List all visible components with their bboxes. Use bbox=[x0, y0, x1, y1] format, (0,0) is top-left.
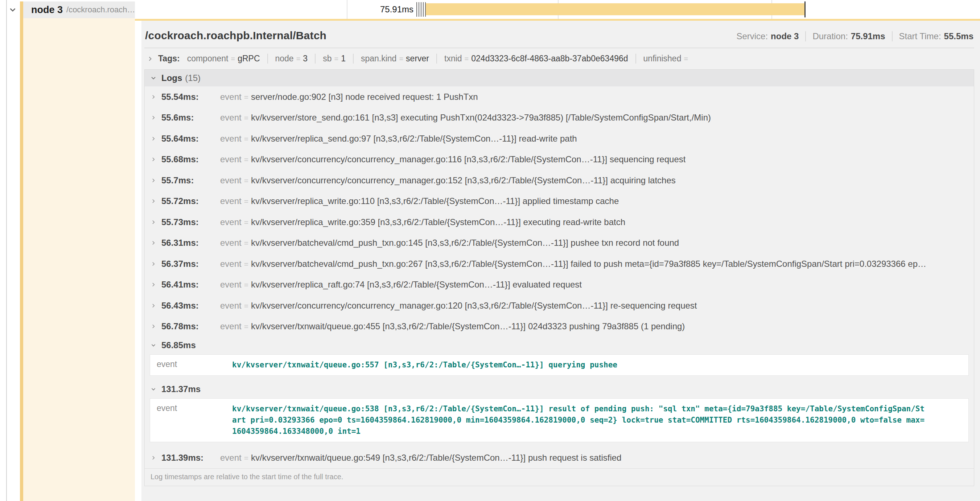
chevron-right-icon bbox=[150, 94, 157, 100]
chevron-down-icon bbox=[150, 386, 157, 393]
log-message: event=kv/kvserver/concurrency/concurrenc… bbox=[220, 176, 676, 185]
logs-label: Logs bbox=[161, 73, 182, 83]
log-timestamp: 55.6ms: bbox=[161, 113, 216, 123]
tag-unfinished: unfinished= bbox=[635, 54, 698, 64]
log-entry-expanded: 56.85ms event kv/kvserver/txnwait/queue.… bbox=[145, 337, 974, 376]
log-message: event=kv/kvserver/txnwait/queue.go:455 [… bbox=[220, 321, 685, 332]
span-detail-header: /cockroach.roachpb.Internal/Batch Servic… bbox=[144, 28, 974, 48]
log-row-expanded-header[interactable]: 131.37ms bbox=[145, 381, 974, 397]
log-timestamp: 56.78ms: bbox=[161, 321, 216, 332]
log-row[interactable]: 56.41ms: event=kv/kvserver/replica_raft.… bbox=[145, 274, 974, 295]
log-message: event=kv/kvserver/concurrency/concurrenc… bbox=[220, 154, 686, 164]
log-field-value: kv/kvserver/txnwait/queue.go:538 [n3,s3,… bbox=[232, 403, 929, 437]
log-timestamp: 131.39ms: bbox=[161, 453, 216, 463]
log-row[interactable]: 55.54ms: event=server/node.go:902 [n3] n… bbox=[145, 86, 974, 107]
tags-toggle[interactable]: Tags: component=gRPC node=3 sb=1 span.ki… bbox=[144, 48, 974, 69]
log-row[interactable]: 56.78ms: event=kv/kvserver/txnwait/queue… bbox=[145, 316, 974, 337]
tag-txnid: txnid=024d3323-6c8f-4863-aa8b-37ab0e6349… bbox=[436, 54, 635, 64]
panel-divider bbox=[6, 0, 7, 501]
log-message: event=kv/kvserver/replica_raft.go:74 [n3… bbox=[220, 279, 582, 290]
span-duration-bar[interactable] bbox=[426, 3, 805, 15]
log-row[interactable]: 56.37ms: event=kv/kvserver/batcheval/cmd… bbox=[145, 254, 974, 274]
chevron-down-icon bbox=[150, 342, 157, 348]
log-timestamp: 55.7ms: bbox=[161, 176, 216, 185]
chevron-right-icon bbox=[146, 55, 154, 62]
log-row[interactable]: 55.64ms: event=kv/kvserver/replica_send.… bbox=[145, 128, 974, 149]
log-row-expanded-header[interactable]: 56.85ms bbox=[145, 337, 974, 354]
log-fields-table: event kv/kvserver/txnwait/queue.go:538 [… bbox=[150, 398, 969, 442]
log-timestamp: 131.37ms bbox=[161, 384, 200, 394]
log-timestamp: 56.41ms: bbox=[161, 279, 216, 290]
log-message: event=kv/kvserver/concurrency/concurrenc… bbox=[220, 301, 697, 311]
span-duration-label: 75.91ms bbox=[363, 0, 414, 19]
duration-value: 75.91ms bbox=[851, 31, 885, 41]
log-timestamp: 55.64ms: bbox=[161, 134, 216, 144]
log-timestamp: 56.31ms: bbox=[161, 238, 216, 248]
log-row[interactable]: 55.68ms: event=kv/kvserver/concurrency/c… bbox=[145, 149, 974, 170]
log-row[interactable]: 55.73ms: event=kv/kvserver/replica_write… bbox=[145, 212, 974, 233]
log-row[interactable]: 131.39ms: event=kv/kvserver/txnwait/queu… bbox=[145, 447, 974, 468]
start-time-value: 55.5ms bbox=[944, 31, 974, 41]
chevron-right-icon bbox=[150, 219, 157, 225]
span-accent-stripe bbox=[20, 2, 23, 501]
service-label: Service: bbox=[736, 31, 768, 41]
log-fields-table: event kv/kvserver/txnwait/queue.go:557 [… bbox=[150, 354, 969, 376]
chevron-right-icon bbox=[150, 239, 157, 246]
log-message: event=kv/kvserver/store_send.go:161 [n3,… bbox=[220, 113, 711, 123]
span-operation-name: /cockroach.roach… bbox=[66, 5, 135, 14]
log-timestamp: 56.43ms: bbox=[161, 301, 216, 311]
tag-sb: sb=1 bbox=[315, 54, 353, 64]
log-message: event=kv/kvserver/replica_send.go:97 [n3… bbox=[220, 134, 577, 144]
log-message: event=server/node.go:902 [n3] node recei… bbox=[220, 92, 478, 102]
log-row[interactable]: 55.6ms: event=kv/kvserver/store_send.go:… bbox=[145, 107, 974, 129]
ruler-gridline bbox=[347, 0, 347, 19]
span-detail-panel: /cockroach.roachpb.Internal/Batch Servic… bbox=[142, 21, 980, 501]
logs-toggle[interactable]: Logs (15) bbox=[145, 70, 974, 86]
chevron-right-icon bbox=[150, 323, 157, 330]
log-timestamp: 55.54ms: bbox=[161, 92, 216, 102]
span-service-name: node 3 bbox=[31, 4, 63, 16]
log-row[interactable]: 55.7ms: event=kv/kvserver/concurrency/co… bbox=[145, 170, 974, 191]
chevron-right-icon bbox=[150, 156, 157, 163]
tag-component: component=gRPC bbox=[187, 54, 267, 64]
log-timestamp: 55.68ms: bbox=[161, 154, 216, 164]
log-timestamp: 56.85ms bbox=[161, 340, 196, 350]
tag-span-kind: span.kind=server bbox=[353, 54, 436, 64]
chevron-right-icon bbox=[150, 177, 157, 184]
log-timestamp: 56.37ms: bbox=[161, 259, 216, 269]
log-field-key: event bbox=[150, 403, 232, 437]
tag-node: node=3 bbox=[267, 54, 315, 64]
chevron-right-icon bbox=[150, 198, 157, 204]
log-field-key: event bbox=[150, 359, 232, 371]
log-message: event=kv/kvserver/replica_write.go:359 [… bbox=[220, 217, 625, 227]
span-row-label[interactable]: node 3 /cockroach.roach… bbox=[23, 2, 135, 18]
log-row[interactable]: 56.43ms: event=kv/kvserver/concurrency/c… bbox=[145, 295, 974, 316]
log-timestamp: 55.72ms: bbox=[161, 196, 216, 206]
log-message: event=kv/kvserver/txnwait/queue.go:549 [… bbox=[220, 453, 621, 463]
log-row[interactable]: 56.31ms: event=kv/kvserver/batcheval/cmd… bbox=[145, 233, 974, 254]
logs-count: (15) bbox=[185, 73, 200, 83]
log-field-value: kv/kvserver/txnwait/queue.go:557 [n3,s3,… bbox=[232, 359, 617, 371]
chevron-right-icon bbox=[150, 261, 157, 267]
logs-footer-note: Log timestamps are relative to the start… bbox=[145, 468, 974, 486]
log-message: event=kv/kvserver/batcheval/cmd_push_txn… bbox=[220, 259, 926, 269]
log-row[interactable]: 55.72ms: event=kv/kvserver/replica_write… bbox=[145, 191, 974, 212]
chevron-right-icon bbox=[150, 136, 157, 142]
log-message: event=kv/kvserver/replica_write.go:110 [… bbox=[220, 196, 619, 206]
span-meta: Service:node 3 Duration:75.91ms Start Ti… bbox=[736, 31, 974, 41]
collapse-chevron-icon[interactable] bbox=[7, 4, 18, 16]
duration-label: Duration: bbox=[813, 31, 848, 41]
child-span-ticks bbox=[416, 2, 426, 17]
page-title: /cockroach.roachpb.Internal/Batch bbox=[145, 29, 326, 42]
tags-label: Tags: bbox=[158, 54, 180, 64]
log-entry-expanded: 131.37ms event kv/kvserver/txnwait/queue… bbox=[145, 381, 974, 442]
span-bar-end-marker bbox=[805, 2, 805, 18]
service-value: node 3 bbox=[771, 31, 799, 41]
span-name-column bbox=[23, 18, 135, 501]
chevron-right-icon bbox=[150, 281, 157, 288]
log-timestamp: 55.73ms: bbox=[161, 217, 216, 227]
chevron-down-icon bbox=[150, 74, 157, 82]
log-message: event=kv/kvserver/batcheval/cmd_push_txn… bbox=[220, 238, 679, 248]
chevron-right-icon bbox=[150, 114, 157, 121]
logs-section: Logs (15) 55.54ms: event=server/node.go:… bbox=[144, 69, 974, 486]
